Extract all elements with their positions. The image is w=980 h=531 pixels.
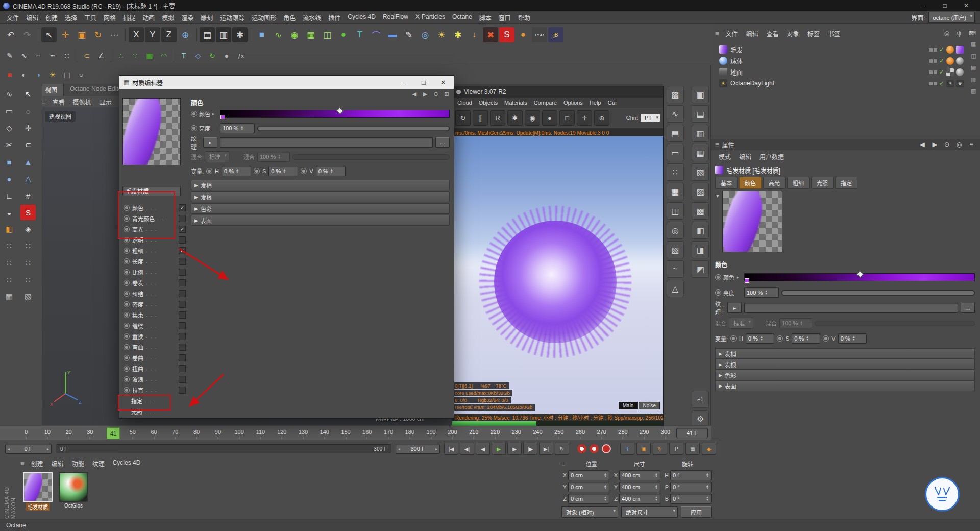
- viewer-menu-1[interactable]: Objects: [476, 99, 501, 106]
- preview-collapse-icon[interactable]: ▼: [715, 193, 720, 199]
- attributes-menu-0[interactable]: 模式: [715, 151, 734, 162]
- prev-frame-button[interactable]: ◀: [476, 443, 490, 455]
- menu-item-7[interactable]: 动画: [139, 12, 158, 23]
- psr-badge-icon[interactable]: PSR: [532, 27, 547, 42]
- lock-x-axis-icon[interactable]: X: [129, 27, 144, 42]
- texture-browse-button[interactable]: …: [961, 303, 975, 313]
- history-back-icon[interactable]: ◀: [410, 90, 419, 98]
- menu-item-19[interactable]: Octane: [449, 12, 476, 23]
- channel-checkbox[interactable]: [179, 279, 186, 286]
- mix-strength-slider[interactable]: [815, 321, 975, 326]
- spline-icon[interactable]: ~: [667, 260, 684, 278]
- platonic-icon[interactable]: ◇: [191, 49, 205, 62]
- timeline-ruler[interactable]: 0102030405060708090100110120130140150160…: [0, 425, 711, 440]
- texture-expand-button[interactable]: ▸: [203, 137, 217, 148]
- history-back-icon[interactable]: ◀: [918, 140, 927, 149]
- attributes-menu-2[interactable]: 用户数据: [756, 151, 788, 162]
- brightness-field[interactable]: 100 %▲▼: [744, 287, 779, 298]
- rotation-input-P[interactable]: 0 °▲▼: [670, 482, 712, 492]
- record-keyframe-button[interactable]: [577, 444, 586, 453]
- array-icon[interactable]: ▦: [667, 183, 684, 200]
- visibility-dots-icon[interactable]: [929, 59, 937, 63]
- panel-burger-icon[interactable]: ≡: [715, 141, 719, 149]
- channel-dot-icon[interactable]: [715, 274, 721, 280]
- h-field[interactable]: 0 %▲▼: [222, 166, 251, 176]
- wrap-icon[interactable]: ◎: [667, 222, 684, 239]
- channel-dot-icon[interactable]: [124, 344, 130, 350]
- texture-expand-button[interactable]: ▸: [727, 303, 742, 313]
- object-manager-menu-2[interactable]: 查看: [763, 28, 782, 39]
- material-thumbnail[interactable]: [59, 472, 88, 502]
- material-manager-menu-3[interactable]: 纹理: [89, 458, 108, 469]
- channel-row-14[interactable]: 卷曲. . .: [122, 352, 187, 363]
- region-render-icon[interactable]: □: [559, 110, 575, 126]
- menu-item-11[interactable]: 运动跟踪: [216, 12, 248, 23]
- snap-toggle-icon[interactable]: ◈: [20, 222, 36, 237]
- current-frame-field[interactable]: 41 F: [676, 428, 708, 438]
- panel-burger-icon[interactable]: ≡: [561, 460, 566, 468]
- workplane-icon[interactable]: ∟: [2, 188, 17, 203]
- menu-item-16[interactable]: Cycles 4D: [344, 12, 379, 23]
- tag-purple-icon[interactable]: [956, 46, 964, 54]
- channel-row-10[interactable]: 集束. . .: [122, 309, 187, 320]
- tag-orange-icon[interactable]: [946, 57, 954, 65]
- material-thumbnail[interactable]: [23, 472, 53, 502]
- text-spline-icon[interactable]: T: [177, 49, 190, 62]
- white-balance-picker-icon[interactable]: ⊕: [594, 110, 609, 126]
- attribute-tab-5[interactable]: 指定: [835, 177, 857, 189]
- group-bar-tips[interactable]: ▶发梢: [715, 348, 975, 359]
- channel-dot-icon[interactable]: [124, 312, 130, 318]
- plane-icon[interactable]: ▭: [667, 144, 684, 161]
- channel-row-3[interactable]: 透明. . .: [122, 234, 187, 245]
- loop-button[interactable]: ↻: [555, 443, 569, 455]
- render-region-icon[interactable]: ■: [3, 68, 16, 81]
- light-object-icon[interactable]: ✱: [450, 27, 465, 42]
- material-editor-titlebar[interactable]: ▦ 材质编辑器 – □ ✕: [119, 76, 454, 89]
- group-bar-surface[interactable]: ▶表面: [191, 215, 450, 226]
- brightness-slider[interactable]: [781, 290, 975, 296]
- size-mode-select[interactable]: 绝对尺寸: [621, 506, 678, 518]
- scale-tool-icon[interactable]: ▣: [74, 27, 89, 42]
- channel-dot-icon[interactable]: [206, 168, 212, 174]
- noise-tab[interactable]: Noise: [639, 402, 660, 409]
- channel-dot-icon[interactable]: [124, 258, 130, 264]
- view-label[interactable]: 透视视图: [45, 111, 76, 122]
- position-record-button[interactable]: ✛: [620, 443, 634, 455]
- channel-row-7[interactable]: 卷发. . .: [122, 277, 187, 288]
- channel-dot-icon[interactable]: [124, 205, 130, 211]
- menu-item-12[interactable]: 运动图形: [248, 12, 280, 23]
- paint-brush-icon[interactable]: ✎: [401, 27, 416, 42]
- magnet-icon[interactable]: ⊂: [20, 137, 36, 153]
- bodypaint-badge-icon[interactable]: jB: [548, 27, 564, 42]
- mograph-cloner-icon[interactable]: ∴: [114, 49, 128, 62]
- channel-dot-icon[interactable]: [301, 168, 307, 174]
- channel-dot-icon[interactable]: [124, 269, 130, 275]
- pause-render-icon[interactable]: ∥: [473, 110, 488, 126]
- channel-checkbox[interactable]: [179, 301, 186, 308]
- channel-dot-icon[interactable]: [124, 226, 130, 232]
- close-button[interactable]: ✕: [955, 0, 977, 11]
- h-field[interactable]: 0 %▲▼: [746, 333, 774, 344]
- play-button[interactable]: ▶: [492, 443, 506, 455]
- channel-checkbox[interactable]: [179, 236, 186, 244]
- rotation-record-button[interactable]: ↻: [653, 443, 667, 455]
- object-manager-menu-5[interactable]: 书签: [824, 28, 844, 39]
- lock-resolution-icon[interactable]: ◉: [525, 110, 540, 126]
- channel-row-13[interactable]: 弯曲. . .: [122, 342, 187, 352]
- channel-dot-icon[interactable]: [124, 248, 130, 254]
- dot-grid-icon-2[interactable]: ∷: [20, 238, 36, 254]
- expand-icon[interactable]: ▸: [737, 275, 739, 280]
- cube-wire-icon[interactable]: ▧: [20, 289, 36, 304]
- primitive-sphere-icon[interactable]: ●: [2, 171, 17, 186]
- channel-checkbox[interactable]: [179, 258, 186, 265]
- menu-item-4[interactable]: 工具: [81, 12, 100, 23]
- channel-checkbox[interactable]: [179, 333, 186, 340]
- current-frame-marker[interactable]: 41: [107, 427, 120, 439]
- float-icon[interactable]: ⊞: [443, 90, 451, 98]
- channel-checkbox[interactable]: [179, 344, 186, 351]
- tag-ball-icon[interactable]: [956, 68, 964, 76]
- rotation-input-H[interactable]: 0 °▲▼: [670, 470, 712, 480]
- visibility-dots-icon[interactable]: [929, 82, 937, 85]
- channel-row-19[interactable]: 光照. . .: [122, 406, 187, 417]
- focus-picker-icon[interactable]: ✛: [577, 110, 592, 126]
